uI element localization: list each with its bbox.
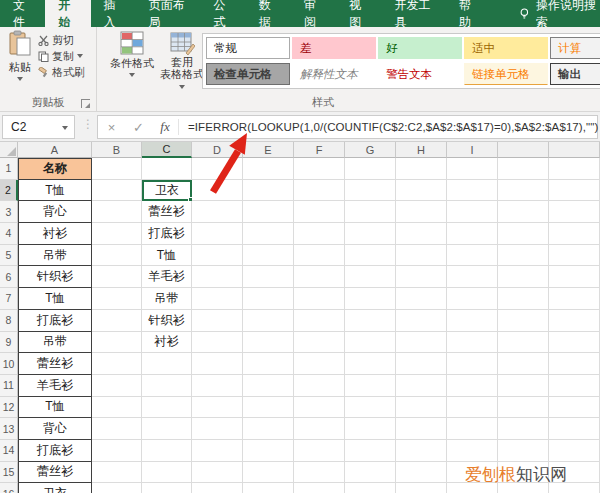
cell-x99[interactable] [498, 332, 549, 354]
cell-x95[interactable] [498, 245, 549, 267]
cell-x97[interactable] [498, 288, 549, 310]
cell-A10[interactable]: 蕾丝衫 [18, 353, 92, 375]
cell-A4[interactable]: 衬衫 [18, 223, 92, 245]
cell-A15[interactable]: 蕾丝衫 [18, 462, 92, 484]
cell-H7[interactable] [396, 288, 447, 310]
cell-E4[interactable] [243, 223, 294, 245]
cell-B2[interactable] [92, 180, 142, 202]
cell-E11[interactable] [243, 375, 294, 397]
tab-developer[interactable]: 开发工具 [382, 0, 447, 27]
cell-A1[interactable]: 名称 [18, 158, 92, 180]
cell-C12[interactable] [142, 397, 192, 419]
row-header-12[interactable]: 12 [0, 397, 18, 419]
cell-A6[interactable]: 针织衫 [18, 266, 92, 288]
row-header-10[interactable]: 10 [0, 353, 18, 375]
tab-data[interactable]: 数据 [246, 0, 291, 27]
cell-H14[interactable] [396, 440, 447, 462]
cell-E5[interactable] [243, 245, 294, 267]
tab-insert[interactable]: 插入 [91, 0, 136, 27]
cell-x108[interactable] [549, 310, 600, 332]
cell-x91[interactable] [498, 158, 549, 180]
cell-A11[interactable]: 羊毛衫 [18, 375, 92, 397]
cell-F6[interactable] [294, 266, 345, 288]
cell-H12[interactable] [396, 397, 447, 419]
cut-button[interactable]: 剪切 [38, 32, 96, 48]
tab-home[interactable]: 开始 [45, 0, 90, 27]
tell-me-search[interactable]: 操作说明搜索 [519, 0, 600, 27]
format-as-table-button[interactable]: 套用 表格格式 [156, 30, 208, 92]
cell-x1013[interactable] [549, 418, 600, 440]
cell-D8[interactable] [192, 310, 243, 332]
cell-E8[interactable] [243, 310, 294, 332]
cell-B5[interactable] [92, 245, 142, 267]
tab-review[interactable]: 审阅 [291, 0, 336, 27]
cell-G3[interactable] [345, 201, 396, 223]
row-header-11[interactable]: 11 [0, 375, 18, 397]
cell-I1[interactable] [447, 158, 498, 180]
cell-F5[interactable] [294, 245, 345, 267]
cell-C11[interactable] [142, 375, 192, 397]
cell-B1[interactable] [92, 158, 142, 180]
column-header-I[interactable]: I [447, 142, 498, 158]
cell-G12[interactable] [345, 397, 396, 419]
cell-A14[interactable]: 打底衫 [18, 440, 92, 462]
cell-B6[interactable] [92, 266, 142, 288]
cell-G7[interactable] [345, 288, 396, 310]
cell-G8[interactable] [345, 310, 396, 332]
column-header-B[interactable]: B [92, 142, 142, 158]
cell-x93[interactable] [498, 201, 549, 223]
cell-D2[interactable] [192, 180, 243, 202]
cell-G4[interactable] [345, 223, 396, 245]
cell-x98[interactable] [498, 310, 549, 332]
cell-A16[interactable]: 卫衣 [18, 483, 92, 493]
cell-G1[interactable] [345, 158, 396, 180]
cell-A13[interactable]: 背心 [18, 418, 92, 440]
cell-x910[interactable] [498, 353, 549, 375]
cell-x106[interactable] [549, 266, 600, 288]
column-header-x10[interactable] [549, 142, 600, 158]
cell-I4[interactable] [447, 223, 498, 245]
cell-A8[interactable]: 打底衫 [18, 310, 92, 332]
select-all-corner[interactable] [0, 142, 18, 158]
cell-G16[interactable] [345, 483, 396, 493]
cell-D9[interactable] [192, 332, 243, 354]
cell-x102[interactable] [549, 180, 600, 202]
style-chip-output[interactable]: 输出 [550, 63, 600, 85]
cell-C5[interactable]: T恤 [142, 245, 192, 267]
name-box[interactable]: C2 [2, 115, 75, 139]
cell-C6[interactable]: 羊毛衫 [142, 266, 192, 288]
cell-H11[interactable] [396, 375, 447, 397]
cell-I13[interactable] [447, 418, 498, 440]
cell-D4[interactable] [192, 223, 243, 245]
cell-D5[interactable] [192, 245, 243, 267]
cell-F14[interactable] [294, 440, 345, 462]
cell-F2[interactable] [294, 180, 345, 202]
column-header-C[interactable]: C [142, 142, 192, 158]
cell-G15[interactable] [345, 462, 396, 484]
cancel-icon[interactable]: × [98, 120, 125, 135]
column-header-x9[interactable] [498, 142, 549, 158]
cell-G6[interactable] [345, 266, 396, 288]
cell-H10[interactable] [396, 353, 447, 375]
cell-x109[interactable] [549, 332, 600, 354]
cell-D7[interactable] [192, 288, 243, 310]
cell-B11[interactable] [92, 375, 142, 397]
cell-D16[interactable] [192, 483, 243, 493]
row-header-8[interactable]: 8 [0, 310, 18, 332]
cell-C4[interactable]: 打底衫 [142, 223, 192, 245]
style-chip-good[interactable]: 好 [378, 37, 462, 59]
cell-H16[interactable] [396, 483, 447, 493]
cell-A12[interactable]: T恤 [18, 397, 92, 419]
cell-D13[interactable] [192, 418, 243, 440]
cell-B3[interactable] [92, 201, 142, 223]
row-header-2[interactable]: 2 [0, 180, 18, 202]
enter-icon[interactable]: ✓ [125, 120, 152, 135]
cell-H13[interactable] [396, 418, 447, 440]
cell-G11[interactable] [345, 375, 396, 397]
conditional-formatting-button[interactable]: 条件格式 [106, 30, 158, 77]
cell-E13[interactable] [243, 418, 294, 440]
cell-I3[interactable] [447, 201, 498, 223]
cell-I12[interactable] [447, 397, 498, 419]
cell-D6[interactable] [192, 266, 243, 288]
cell-G5[interactable] [345, 245, 396, 267]
